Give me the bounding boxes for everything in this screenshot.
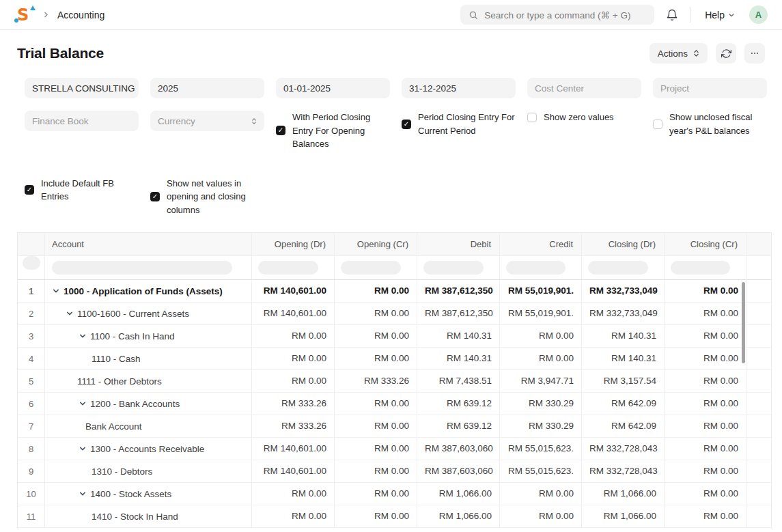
actions-button[interactable]: Actions — [650, 43, 708, 64]
table-header-row: Account Opening (Dr) Opening (Cr) Debit … — [18, 233, 771, 256]
checkbox-show-net-values[interactable]: Show net values in opening and closing c… — [150, 177, 264, 217]
opening-cr-cell: RM 0.00 — [335, 415, 417, 437]
company-filter-input[interactable]: STRELLA CONSULTING — [25, 78, 139, 98]
notifications-button[interactable] — [665, 8, 680, 23]
finance-book-filter-input[interactable]: Finance Book — [25, 111, 139, 131]
account-cell[interactable]: 1410 - Stock In Hand — [45, 505, 252, 527]
closing-dr-cell: RM 332,733,049 — [582, 303, 665, 324]
opening-cr-cell: RM 0.00 — [335, 438, 417, 460]
closing-cr-cell: RM 0.00 — [665, 303, 746, 324]
to-date-filter-input[interactable]: 31-12-2025 — [402, 78, 516, 98]
row-number: 9 — [18, 460, 45, 482]
column-filter-input[interactable] — [23, 256, 40, 270]
header-spacer-cell — [746, 233, 771, 256]
tree-collapse-chevron-icon[interactable] — [79, 400, 87, 408]
checkbox-with-period-closing-opening[interactable]: With Period Closing Entry For Opening Ba… — [276, 111, 390, 151]
column-header-account[interactable]: Account — [45, 233, 252, 256]
help-label: Help — [705, 10, 725, 20]
opening-dr-cell: RM 0.00 — [252, 348, 335, 369]
column-header-closing-dr[interactable]: Closing (Dr) — [582, 233, 665, 256]
row-spacer-cell — [746, 460, 771, 482]
closing-dr-cell: RM 1,066.00 — [582, 483, 665, 505]
checkbox-show-unclosed-fy-pl[interactable]: Show unclosed fiscal year's P&L balances — [653, 111, 767, 137]
column-header-closing-cr[interactable]: Closing (Cr) — [665, 233, 746, 256]
user-avatar[interactable]: A — [749, 5, 768, 24]
column-filter-input[interactable] — [341, 261, 401, 275]
closing-dr-cell: RM 642.09 — [582, 415, 665, 437]
table-row: 4 1110 - Cash RM 0.00 RM 0.00 RM 140.31 … — [18, 348, 771, 370]
checkbox-show-zero-values[interactable]: Show zero values — [527, 111, 641, 124]
search-icon — [469, 10, 478, 20]
account-cell[interactable]: 1200 - Bank Accounts — [45, 393, 252, 415]
row-number: 8 — [18, 438, 45, 460]
cost-center-filter-input[interactable]: Cost Center — [527, 78, 641, 98]
tree-collapse-chevron-icon[interactable] — [66, 309, 74, 318]
breadcrumb-accounting[interactable]: Accounting — [57, 10, 104, 20]
global-search-input[interactable]: Search or type a command (⌘ + G) — [460, 5, 654, 25]
column-header-credit[interactable]: Credit — [500, 233, 582, 256]
tree-collapse-chevron-icon[interactable] — [79, 490, 87, 498]
column-filter-input[interactable] — [588, 261, 648, 275]
account-name: 1100-1600 - Current Assets — [77, 309, 189, 319]
row-number: 11 — [18, 505, 45, 527]
ellipsis-icon — [750, 48, 759, 58]
currency-filter-select[interactable]: Currency — [150, 111, 264, 131]
more-menu-button[interactable] — [744, 43, 765, 64]
closing-cr-cell: RM 0.00 — [665, 370, 746, 392]
account-cell[interactable]: 1110 - Cash — [45, 348, 252, 369]
vertical-scrollbar[interactable] — [742, 282, 745, 363]
opening-dr-cell: RM 0.00 — [252, 483, 335, 505]
account-cell[interactable]: 1100 - Cash In Hand — [45, 325, 252, 347]
column-filter-input[interactable] — [671, 261, 730, 275]
checkbox-period-closing-current[interactable]: Period Closing Entry For Current Period — [402, 111, 516, 137]
closing-cr-cell: RM 0.00 — [665, 348, 746, 369]
checkbox-include-default-fb[interactable]: Include Default FB Entries — [25, 177, 139, 204]
chevron-up-down-icon — [251, 117, 257, 125]
account-cell[interactable]: 1100-1600 - Current Assets — [45, 303, 252, 324]
table-body: 1 1000 - Application of Funds (Assets) R… — [18, 280, 771, 528]
column-header-debit[interactable]: Debit — [417, 233, 500, 256]
from-date-filter-input[interactable]: 01-01-2025 — [276, 78, 390, 98]
filter-cell-opening-dr — [252, 256, 335, 280]
table-row: 5 1111 - Other Debtors RM 0.00 RM 333.26… — [18, 370, 771, 393]
column-filter-input[interactable] — [52, 261, 232, 275]
tree-collapse-chevron-icon[interactable] — [52, 287, 60, 295]
project-filter-input[interactable]: Project — [653, 78, 767, 98]
report-filters: STRELLA CONSULTING 2025 01-01-2025 31-12… — [0, 72, 782, 216]
table-row: 6 1200 - Bank Accounts RM 333.26 RM 0.00… — [18, 393, 771, 415]
column-filter-input[interactable] — [258, 261, 318, 275]
account-cell[interactable]: 1000 - Application of Funds (Assets) — [45, 280, 252, 302]
app-logo[interactable]: S — [17, 5, 35, 25]
account-cell[interactable]: 1400 - Stock Assets — [45, 483, 252, 505]
logo-letter: S — [17, 5, 29, 25]
fiscal-year-filter-input[interactable]: 2025 — [150, 78, 264, 98]
table-row: 3 1100 - Cash In Hand RM 0.00 RM 0.00 RM… — [18, 325, 771, 348]
closing-cr-cell: RM 0.00 — [665, 460, 746, 482]
debit-cell: RM 387,603,060 — [417, 438, 500, 460]
account-cell[interactable]: 1300 - Accounts Receivable — [45, 438, 252, 460]
opening-dr-cell: RM 0.00 — [252, 325, 335, 347]
account-name: 1400 - Stock Assets — [90, 489, 171, 499]
column-header-opening-dr[interactable]: Opening (Dr) — [252, 233, 335, 256]
account-cell[interactable]: 1111 - Other Debtors — [45, 370, 252, 392]
checkbox-label: Show net values in opening and closing c… — [167, 177, 264, 217]
opening-dr-cell: RM 140,601.00 — [252, 303, 335, 324]
refresh-button[interactable] — [716, 43, 736, 64]
opening-dr-cell: RM 0.00 — [252, 370, 335, 392]
checkbox-label: Show zero values — [544, 111, 614, 124]
help-menu-button[interactable]: Help — [701, 9, 739, 21]
account-name: 1100 - Cash In Hand — [90, 331, 175, 341]
account-cell[interactable]: 1310 - Debtors — [45, 460, 252, 482]
column-filter-input[interactable] — [506, 261, 565, 275]
column-filter-input[interactable] — [423, 261, 484, 275]
credit-cell: RM 3,947.71 — [500, 370, 582, 392]
account-cell[interactable]: Bank Account — [45, 415, 252, 437]
tree-collapse-chevron-icon[interactable] — [79, 332, 87, 340]
table-row: 11 1410 - Stock In Hand RM 0.00 RM 0.00 … — [18, 505, 771, 528]
column-header-opening-cr[interactable]: Opening (Cr) — [335, 233, 417, 256]
closing-cr-cell: RM 0.00 — [665, 415, 746, 437]
table-row: 9 1310 - Debtors RM 140,601.00 RM 0.00 R… — [18, 460, 771, 483]
credit-cell: RM 55,019,901. — [500, 280, 582, 302]
trial-balance-table: Account Opening (Dr) Opening (Cr) Debit … — [17, 232, 772, 529]
tree-collapse-chevron-icon[interactable] — [79, 445, 87, 453]
